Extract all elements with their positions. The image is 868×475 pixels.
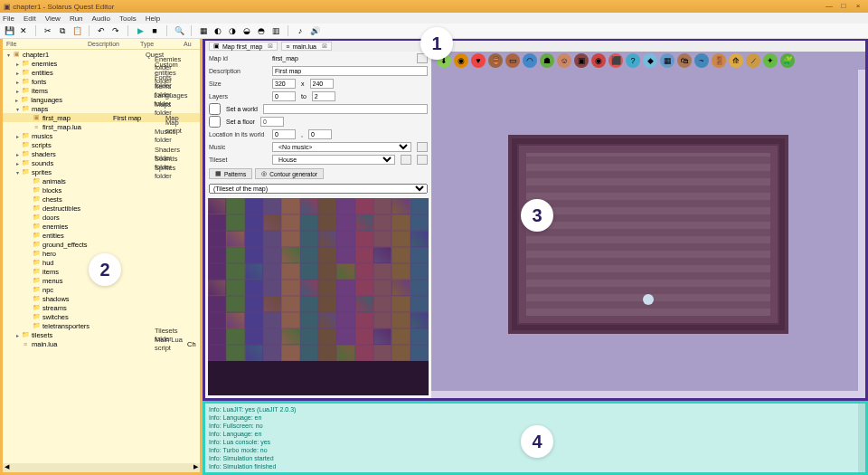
set-world-checkbox[interactable]: [209, 103, 221, 115]
tree-row[interactable]: ≡main.luaMain Lua scriptCh: [3, 339, 200, 348]
tree-h-scrollbar[interactable]: ◀▶: [3, 463, 200, 472]
redo-icon[interactable]: ↷: [110, 25, 121, 36]
pickable-icon[interactable]: ♥: [471, 53, 486, 68]
run-icon[interactable]: ▶: [135, 25, 146, 36]
minimize-button[interactable]: —: [823, 2, 835, 11]
copy-icon[interactable]: ⧉: [57, 25, 68, 36]
desc-input[interactable]: [272, 66, 428, 76]
tileset-select[interactable]: House: [272, 155, 395, 165]
save-icon[interactable]: 💾: [4, 25, 14, 36]
menu-run[interactable]: Run: [70, 14, 83, 23]
map-room[interactable]: [508, 135, 788, 334]
tab-close-icon[interactable]: ⊠: [322, 43, 327, 50]
sensor-icon[interactable]: ?: [626, 53, 640, 68]
tree-row[interactable]: 📁enemies: [3, 222, 200, 231]
loc-x-input[interactable]: [272, 129, 296, 139]
tree-col-desc[interactable]: Description: [88, 41, 140, 47]
maximize-button[interactable]: □: [837, 2, 850, 11]
block-icon[interactable]: ▣: [574, 53, 589, 68]
contour-tab[interactable]: ◎Contour generator: [255, 168, 324, 179]
layers-to-input[interactable]: [312, 91, 335, 101]
tree-col-au[interactable]: Au: [184, 41, 196, 47]
menu-view[interactable]: View: [45, 14, 61, 23]
refresh-tileset-button[interactable]: [401, 155, 411, 165]
close-icon[interactable]: ✕: [18, 25, 29, 36]
find-icon[interactable]: 🔍: [174, 25, 184, 36]
tree-row[interactable]: 📁entities: [3, 231, 200, 240]
cut-icon[interactable]: ✂: [42, 25, 53, 36]
paste-icon[interactable]: 📋: [71, 25, 82, 36]
edit-tileset-button[interactable]: [417, 155, 428, 165]
door-icon[interactable]: 🚪: [712, 53, 726, 68]
stop-icon[interactable]: ■: [149, 25, 160, 36]
tree-row[interactable]: ▾📁mapsMaps folder: [3, 104, 200, 113]
tree-row[interactable]: 📁shadows: [3, 294, 200, 303]
tileset-preview[interactable]: [208, 198, 429, 395]
map-view[interactable]: [431, 70, 865, 398]
map-h-scrollbar[interactable]: [431, 391, 858, 398]
grid-icon[interactable]: ▦: [198, 25, 209, 36]
switch-icon[interactable]: ◉: [591, 53, 606, 68]
loc-y-input[interactable]: [308, 129, 332, 139]
tree-row[interactable]: 📁switches: [3, 312, 200, 321]
layer1-icon[interactable]: ◑: [227, 25, 238, 36]
enemy-icon[interactable]: ☗: [540, 53, 554, 68]
tree-row[interactable]: 📁destructibles: [3, 204, 200, 213]
patterns-tab[interactable]: ▦Patterns: [209, 168, 252, 179]
layers-from-input[interactable]: [272, 91, 296, 101]
music-select[interactable]: <No music>: [272, 142, 411, 152]
layer3-icon[interactable]: ◓: [256, 25, 267, 36]
stream-icon[interactable]: ~: [694, 53, 709, 68]
tab-map[interactable]: ▣ Map first_map ⊠: [209, 42, 278, 51]
floor-input[interactable]: [260, 117, 284, 127]
music-icon[interactable]: ♪: [295, 25, 306, 36]
crystal-block-icon[interactable]: ▦: [660, 53, 675, 68]
undo-icon[interactable]: ↶: [96, 25, 107, 36]
tab-script[interactable]: ≡ main.lua ⊠: [281, 42, 332, 51]
npc-icon[interactable]: ☺: [557, 53, 571, 68]
tab-close-icon[interactable]: ⊠: [268, 43, 273, 50]
wall-icon[interactable]: ⬛: [609, 53, 623, 68]
shop-icon[interactable]: 🛍: [677, 53, 692, 68]
tree-row[interactable]: 📁ground_effects: [3, 240, 200, 249]
play-music-button[interactable]: [417, 142, 428, 152]
menu-tools[interactable]: Tools: [119, 14, 137, 23]
tree-row[interactable]: 📁chests: [3, 195, 200, 204]
puzzle-icon[interactable]: 🧩: [780, 53, 795, 68]
tree-row[interactable]: 📁npc: [3, 285, 200, 294]
size-w-input[interactable]: [272, 79, 296, 89]
tree-row[interactable]: 📁streams: [3, 303, 200, 312]
layer0-icon[interactable]: ◐: [212, 25, 223, 36]
hero-sprite[interactable]: [643, 294, 654, 305]
teletransporter-icon[interactable]: ◉: [454, 53, 468, 68]
close-button[interactable]: ×: [852, 2, 864, 11]
volume-icon[interactable]: 🔊: [309, 25, 320, 36]
menu-help[interactable]: Help: [146, 14, 160, 23]
tree-col-file[interactable]: File: [6, 41, 88, 47]
separator-icon[interactable]: ⟋: [746, 53, 760, 68]
size-h-input[interactable]: [310, 79, 334, 89]
chest-icon[interactable]: ▭: [505, 53, 520, 68]
set-floor-checkbox[interactable]: [209, 116, 221, 128]
editor-tabs: ▣ Map first_map ⊠ ≡ main.lua ⊠: [205, 41, 865, 52]
show-entities-icon[interactable]: ▥: [270, 25, 281, 36]
tileset-dropdown[interactable]: (Tileset of the map): [209, 184, 428, 194]
console-v-scrollbar[interactable]: [858, 404, 865, 472]
map-v-scrollbar[interactable]: [858, 70, 865, 398]
custom-icon[interactable]: ✦: [763, 53, 778, 68]
tree-row[interactable]: 📁doors: [3, 213, 200, 222]
destructible-icon[interactable]: 🏺: [488, 53, 503, 68]
layer2-icon[interactable]: ◒: [241, 25, 252, 36]
tree-col-type[interactable]: Type: [140, 41, 184, 47]
tree-row[interactable]: ▾📁spritesSprites folder: [3, 167, 200, 176]
world-input[interactable]: [263, 104, 428, 114]
tree-row[interactable]: 📁blocks: [3, 185, 200, 195]
console-line: Info: Language: en: [209, 413, 862, 422]
tree-row[interactable]: ▸📁musicsMusics folder: [3, 131, 200, 140]
menu-audio[interactable]: Audio: [92, 14, 110, 23]
stairs-icon[interactable]: ⟰: [729, 53, 743, 68]
menu-file[interactable]: File: [3, 14, 14, 23]
menu-edit[interactable]: Edit: [24, 14, 36, 23]
crystal-icon[interactable]: ◆: [643, 53, 657, 68]
jumper-icon[interactable]: ◠: [523, 53, 537, 68]
